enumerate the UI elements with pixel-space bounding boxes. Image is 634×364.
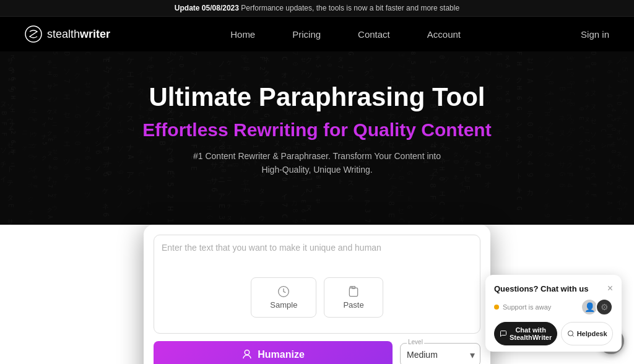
chat-with-stealth-button[interactable]: Chat with StealthWriter	[494, 322, 557, 345]
humanize-button[interactable]: Humanize	[154, 341, 393, 364]
paste-button[interactable]: Paste	[324, 277, 383, 318]
hero-subtitle: Effortless Rewriting for Quality Content	[12, 119, 622, 141]
level-dropdown[interactable]: Easy Medium Hard	[407, 346, 475, 363]
chat-widget-header: Questions? Chat with us ×	[494, 284, 613, 293]
chat-action-buttons: Chat with StealthWriter Helpdesk	[494, 322, 613, 345]
textarea-action-buttons: Sample Paste	[162, 277, 472, 318]
nav-signin[interactable]: Sign in	[581, 29, 609, 40]
hero-section: サ G 2 9 ソ ウ 4 セ C ト テ タ E サ ヌ B F F ソ チ …	[0, 51, 634, 225]
text-input-area[interactable]: Enter the text that you want to make it …	[154, 235, 480, 334]
banner-update-label: Update 05/08/2023	[175, 4, 239, 12]
nav-home[interactable]: Home	[230, 29, 255, 40]
nav-account[interactable]: Account	[427, 29, 461, 40]
chat-status-text: Support is away	[503, 303, 551, 311]
banner-update-text: Performance updates, the tools is now a …	[239, 4, 459, 12]
main-tool-card: Enter the text that you want to make it …	[144, 225, 490, 364]
hero-title: Ultimate Paraphrasing Tool	[12, 82, 622, 112]
chat-title: Questions? Chat with us	[494, 284, 588, 293]
chat-status: Support is away 👤 ⚙	[494, 298, 613, 316]
svg-point-4	[568, 331, 573, 336]
chat-widget: Questions? Chat with us × Support is awa…	[485, 275, 622, 352]
paste-icon	[347, 285, 360, 298]
humanize-icon	[241, 349, 253, 360]
logo-text: stealthwriter	[47, 28, 110, 41]
logo[interactable]: stealthwriter	[25, 25, 110, 43]
svg-rect-3	[349, 288, 357, 296]
logo-bold: writer	[80, 28, 110, 40]
navbar: stealthwriter Home Pricing Contact Accou…	[0, 17, 634, 51]
logo-icon	[25, 25, 42, 43]
nav-contact[interactable]: Contact	[358, 29, 390, 40]
level-label: Level	[407, 339, 424, 345]
level-selector[interactable]: Level Easy Medium Hard ▾	[400, 343, 480, 364]
sample-button[interactable]: Sample	[251, 277, 316, 318]
nav-links: Home Pricing Contact Account	[230, 29, 461, 40]
chat-avatar-2: ⚙	[596, 298, 613, 316]
hero-description: #1 Content Rewriter & Paraphraser. Trans…	[12, 149, 622, 177]
logo-light: stealth	[47, 28, 80, 40]
textarea-placeholder: Enter the text that you want to make it …	[162, 243, 472, 253]
helpdesk-button[interactable]: Helpdesk	[561, 322, 613, 345]
bottom-controls: Humanize Level Easy Medium Hard ▾	[154, 341, 480, 364]
chat-close-button[interactable]: ×	[607, 284, 613, 293]
search-icon	[567, 330, 575, 337]
chat-icon	[500, 330, 507, 337]
sample-icon	[277, 285, 290, 298]
top-banner: Update 05/08/2023 Performance updates, t…	[0, 0, 634, 17]
hero-content: Ultimate Paraphrasing Tool Effortless Re…	[12, 82, 622, 177]
status-dot	[494, 305, 499, 310]
nav-pricing[interactable]: Pricing	[292, 29, 321, 40]
